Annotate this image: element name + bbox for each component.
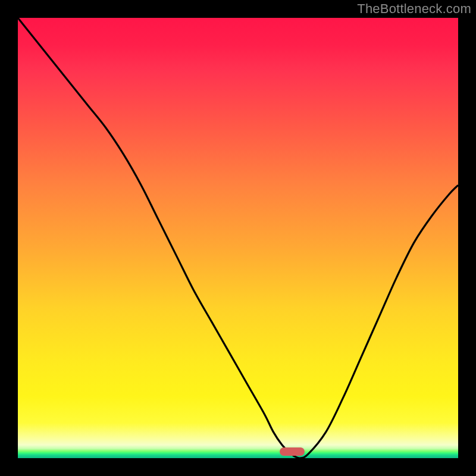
optimum-marker (280, 447, 305, 456)
curve-path (18, 18, 458, 458)
bottleneck-curve (18, 18, 458, 458)
chart-frame: TheBottleneck.com (0, 0, 476, 476)
plot-area (18, 18, 458, 458)
watermark-text: TheBottleneck.com (357, 1, 471, 17)
